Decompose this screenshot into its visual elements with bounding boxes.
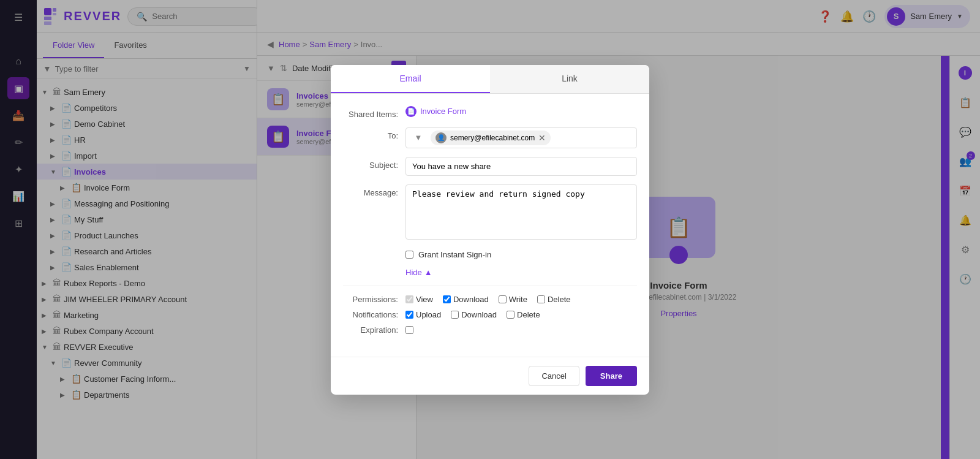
shared-items-field: 📄 Invoice Form — [405, 106, 637, 117]
notifications-label: Notifications: — [343, 310, 398, 319]
perm-view-checkbox[interactable] — [405, 295, 413, 303]
perm-delete: Delete — [537, 295, 571, 304]
notif-delete-label: Delete — [517, 310, 540, 319]
perm-download: Download — [443, 295, 489, 304]
notifications-checks: Upload Download Delete — [405, 310, 540, 319]
perm-write-checkbox[interactable] — [499, 295, 507, 303]
hide-toggle-button[interactable]: Hide ▲ — [405, 268, 637, 277]
shared-items-label: Shared Items: — [343, 106, 398, 119]
to-row: To: ▼ 👤 semery@efilecabinet.com ✕ — [343, 127, 637, 148]
perm-download-checkbox[interactable] — [443, 295, 451, 303]
notif-upload: Upload — [405, 310, 441, 319]
perm-view-label: View — [416, 295, 433, 304]
notif-upload-label: Upload — [416, 310, 441, 319]
chevron-up-icon: ▲ — [424, 268, 432, 277]
notif-delete-checkbox[interactable] — [507, 311, 514, 319]
email-chip: 👤 semery@efilecabinet.com ✕ — [431, 131, 551, 145]
to-field: ▼ 👤 semery@efilecabinet.com ✕ — [405, 127, 637, 148]
grant-signin-label: Grant Instant Sign-in — [418, 250, 491, 259]
grant-signin-row: Grant Instant Sign-in — [343, 250, 637, 259]
modal-tab-email[interactable]: Email — [331, 65, 490, 93]
remove-email-button[interactable]: ✕ — [538, 133, 546, 143]
notif-delete: Delete — [507, 310, 540, 319]
modal-body: Shared Items: 📄 Invoice Form To: ▼ 👤 — [331, 94, 649, 357]
perm-delete-checkbox[interactable] — [537, 295, 545, 303]
grant-signin-checkbox[interactable] — [405, 251, 413, 259]
shared-items-row: Shared Items: 📄 Invoice Form — [343, 106, 637, 119]
chip-email: semery@efilecabinet.com — [450, 134, 535, 142]
shared-item-name: Invoice Form — [420, 107, 466, 116]
to-dropdown-icon[interactable]: ▼ — [411, 131, 426, 145]
subject-row: Subject: — [343, 157, 637, 176]
permissions-section: Permissions: View Download Write — [343, 286, 637, 335]
permissions-row: Permissions: View Download Write — [343, 295, 637, 304]
permissions-label: Permissions: — [343, 295, 398, 304]
notif-download-checkbox[interactable] — [451, 311, 459, 319]
expiration-checkbox[interactable] — [405, 326, 413, 334]
modal-tab-link[interactable]: Link — [490, 65, 649, 93]
cancel-button[interactable]: Cancel — [529, 366, 579, 386]
to-label: To: — [343, 127, 398, 140]
subject-input[interactable] — [405, 157, 637, 176]
notif-upload-checkbox[interactable] — [405, 311, 413, 319]
shared-doc-icon: 📄 — [405, 106, 417, 117]
to-input-wrapper[interactable]: ▼ 👤 semery@efilecabinet.com ✕ — [405, 127, 637, 148]
message-textarea[interactable]: Please review and return signed copy — [405, 184, 637, 240]
share-button[interactable]: Share — [586, 366, 637, 386]
notif-download-label: Download — [461, 310, 497, 319]
modal-footer: Cancel Share — [331, 357, 649, 395]
share-modal: Email Link Shared Items: 📄 Invoice Form … — [331, 65, 649, 395]
perm-delete-label: Delete — [548, 295, 571, 304]
chip-user-icon: 👤 — [435, 132, 447, 143]
expiration-label: Expiration: — [343, 325, 398, 335]
perm-write-label: Write — [509, 295, 527, 304]
shared-item: 📄 Invoice Form — [405, 106, 637, 117]
permissions-checks: View Download Write Delete — [405, 295, 570, 304]
notifications-row: Notifications: Upload Download Delete — [343, 310, 637, 319]
modal-tabs: Email Link — [331, 65, 649, 94]
modal-overlay: Email Link Shared Items: 📄 Invoice Form … — [0, 0, 980, 459]
subject-field[interactable] — [405, 157, 637, 176]
subject-label: Subject: — [343, 157, 398, 170]
perm-write: Write — [499, 295, 527, 304]
hide-label: Hide — [405, 268, 422, 277]
message-field[interactable]: Please review and return signed copy — [405, 184, 637, 241]
perm-view: View — [405, 295, 433, 304]
expiration-row: Expiration: — [343, 325, 637, 335]
message-label: Message: — [343, 184, 398, 197]
hide-row: Hide ▲ — [343, 268, 637, 277]
perm-download-label: Download — [453, 295, 489, 304]
notif-download: Download — [451, 310, 497, 319]
message-row: Message: Please review and return signed… — [343, 184, 637, 241]
